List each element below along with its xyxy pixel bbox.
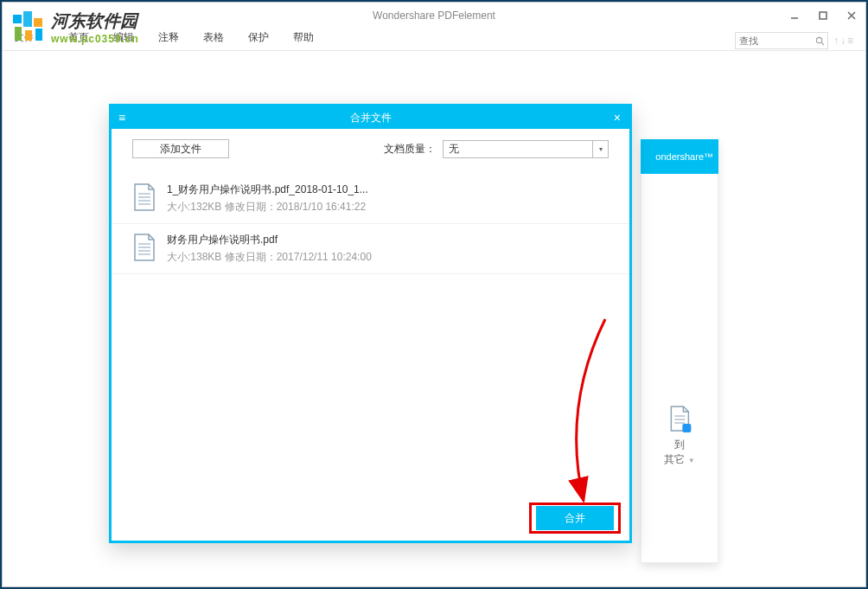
quality-selected-value: 无 [444, 142, 459, 157]
svg-line-11 [822, 42, 825, 45]
search-area: ↑ ↓ ≡ [735, 32, 853, 49]
quality-select[interactable]: 无 ▾ [443, 140, 609, 158]
arrow-up-icon[interactable]: ↑ [833, 35, 839, 47]
nav-arrows: ↑ ↓ ≡ [833, 35, 853, 47]
rp-label-1: 到 [664, 438, 694, 452]
file-name: 财务用户操作说明书.pdf [167, 233, 609, 247]
dialog-title: 合并文件 [350, 111, 392, 125]
maximize-button[interactable] [808, 3, 837, 29]
file-name: 1_财务用户操作说明书.pdf_2018-01-10_1... [167, 182, 609, 197]
menu-protect[interactable]: 保护 [236, 29, 281, 47]
quality-label: 文档质量： [384, 142, 436, 157]
document-other-icon [667, 405, 692, 434]
menu-comment[interactable]: 注释 [146, 29, 191, 47]
search-icon[interactable] [813, 32, 828, 49]
file-meta: 大小:132KB 修改日期：2018/1/10 16:41:22 [167, 200, 609, 214]
brand-band: ondershare™ [641, 139, 718, 174]
rp-label-2: 其它 ▼ [664, 452, 694, 467]
merge-button[interactable]: 合并 [536, 506, 614, 530]
file-list: 1_财务用户操作说明书.pdf_2018-01-10_1... 大小:132KB… [112, 169, 629, 279]
watermark-logo: 河东软件园 www.pc0359.cn [10, 8, 139, 46]
svg-rect-1 [23, 11, 32, 27]
svg-rect-15 [682, 424, 691, 432]
right-panel: 到 其它 ▼ [641, 139, 718, 563]
menu-help[interactable]: 帮助 [281, 29, 326, 47]
file-row[interactable]: 财务用户操作说明书.pdf 大小:138KB 修改日期：2017/12/11 1… [112, 224, 629, 274]
add-file-button[interactable]: 添加文件 [132, 139, 229, 158]
svg-rect-0 [13, 15, 22, 23]
file-icon [132, 233, 156, 262]
site-logo-icon [10, 8, 48, 46]
merge-dialog: ≡ 合并文件 × 添加文件 文档质量： 无 ▾ 1_财务用户操作说明书.pdf_… [109, 104, 632, 543]
svg-rect-3 [15, 27, 22, 41]
close-button[interactable] [837, 3, 865, 29]
chevron-down-icon: ▾ [592, 141, 608, 157]
file-icon [132, 182, 156, 212]
menu-form[interactable]: 表格 [191, 29, 236, 47]
dialog-header: ≡ 合并文件 × [112, 106, 629, 129]
file-row[interactable]: 1_财务用户操作说明书.pdf_2018-01-10_1... 大小:132KB… [112, 174, 629, 224]
dialog-footer: 合并 [536, 506, 614, 530]
arrow-list-icon[interactable]: ≡ [847, 35, 853, 47]
svg-rect-5 [35, 29, 42, 41]
dialog-toolbar: 添加文件 文档质量： 无 ▾ [112, 129, 629, 169]
dialog-close-icon[interactable]: × [614, 111, 621, 125]
watermark-title: 河东软件园 [51, 10, 139, 33]
svg-rect-4 [25, 30, 32, 41]
window-title: Wondershare PDFelement [373, 10, 495, 22]
minimize-button[interactable] [780, 3, 808, 29]
arrow-down-icon[interactable]: ↓ [840, 35, 846, 47]
file-meta: 大小:138KB 修改日期：2017/12/11 10:24:00 [167, 250, 609, 265]
svg-rect-2 [34, 18, 42, 27]
dialog-menu-icon[interactable]: ≡ [118, 111, 125, 125]
watermark-url: www.pc0359.cn [51, 33, 139, 45]
brand-text: ondershare™ [655, 151, 713, 162]
svg-point-10 [817, 37, 822, 42]
app-window: 河东软件园 www.pc0359.cn Wondershare PDFeleme… [2, 2, 866, 587]
convert-to-other-item[interactable]: 到 其它 ▼ [664, 405, 694, 467]
window-controls [780, 3, 865, 29]
svg-rect-7 [820, 12, 827, 19]
